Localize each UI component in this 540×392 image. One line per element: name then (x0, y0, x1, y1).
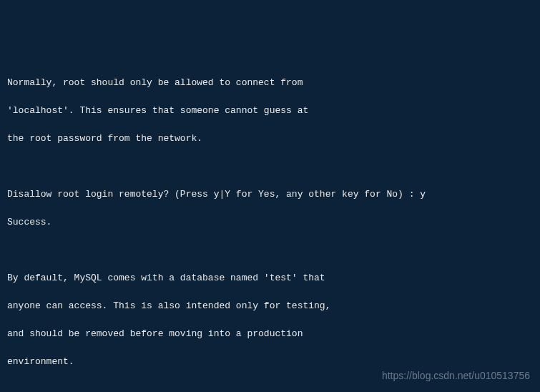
output-line (7, 383, 533, 393)
output-line: Success. (7, 215, 533, 230)
output-line: and should be removed before moving into… (7, 327, 533, 341)
output-line (7, 160, 533, 174)
output-line: anyone can access. This is also intended… (7, 299, 533, 313)
output-line: environment. (7, 355, 533, 369)
output-line (7, 243, 533, 258)
watermark-text: https://blog.csdn.net/u010513756 (382, 368, 530, 383)
terminal-output: Normally, root should only be allowed to… (7, 62, 533, 392)
output-line: Normally, root should only be allowed to… (7, 76, 533, 90)
output-line: the root password from the network. (7, 132, 533, 146)
output-line: 'localhost'. This ensures that someone c… (7, 104, 533, 118)
output-line: Disallow root login remotely? (Press y|Y… (7, 187, 533, 202)
output-line: By default, MySQL comes with a database … (7, 271, 533, 285)
